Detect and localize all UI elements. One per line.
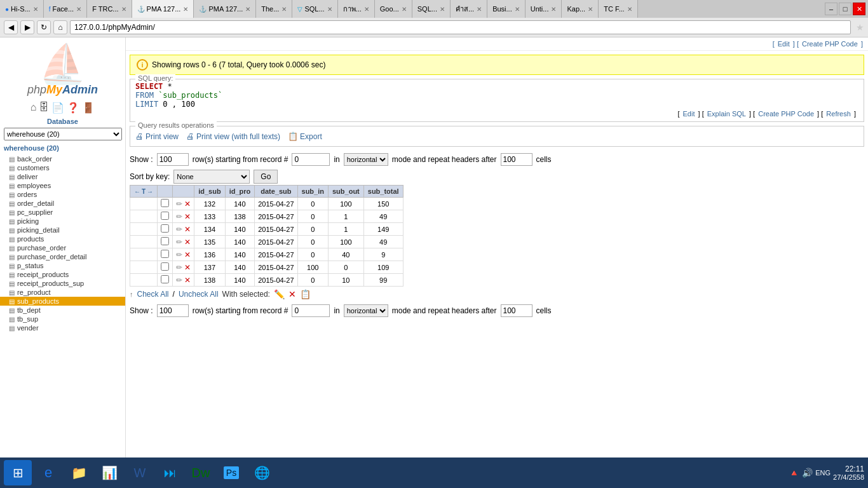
headers-num-input[interactable] xyxy=(501,153,532,166)
sidebar-item-tb_sup[interactable]: ▤tb_sup xyxy=(0,315,125,323)
go-button[interactable]: Go xyxy=(254,170,278,184)
row-checkbox[interactable] xyxy=(161,250,169,258)
minimize-btn[interactable]: – xyxy=(825,3,837,15)
forward-btn[interactable]: ▶ xyxy=(20,20,34,34)
sidebar-item-employees[interactable]: ▤employees xyxy=(0,181,125,190)
top-edit-link[interactable]: Edit xyxy=(778,40,790,48)
maximize-btn[interactable]: □ xyxy=(839,3,851,15)
tab-close-hi-s[interactable]: ✕ xyxy=(33,6,38,13)
tab-close-pma1[interactable]: ✕ xyxy=(183,6,188,13)
sidebar-item-vender[interactable]: ▤vender xyxy=(0,323,125,332)
tab-unti[interactable]: Unti... ✕ xyxy=(526,0,562,18)
col-id-sub-header[interactable]: id_sub xyxy=(194,186,225,198)
tab-kap[interactable]: Kap... ✕ xyxy=(562,0,599,18)
sidebar-item-back_order[interactable]: ▤back_order xyxy=(0,154,125,163)
row-checkbox-cell[interactable] xyxy=(158,274,173,287)
sidebar-item-sub_products[interactable]: ▤sub_products xyxy=(0,297,125,306)
sql-explain-link[interactable]: Explain SQL xyxy=(707,110,746,118)
row-edit-icon[interactable]: ✏ xyxy=(176,276,182,285)
sql-refresh-link[interactable]: Refresh xyxy=(826,110,851,118)
tab-busi[interactable]: Busi... ✕ xyxy=(487,0,526,18)
col-sub-in-header[interactable]: sub_in xyxy=(297,186,328,198)
back-btn[interactable]: ◀ xyxy=(4,20,18,34)
sidebar-item-p_status[interactable]: ▤p_status xyxy=(0,261,125,270)
row-checkbox-cell[interactable] xyxy=(158,261,173,274)
sidebar-item-tb_dept[interactable]: ▤tb_dept xyxy=(0,306,125,315)
tab-tcf[interactable]: TC F... ✕ xyxy=(599,0,637,18)
tab-the[interactable]: The... ✕ xyxy=(256,0,292,18)
info-sidebar-icon[interactable]: ❓ xyxy=(67,102,79,114)
top-create-php-link[interactable]: Create PHP Code xyxy=(802,40,858,48)
sidebar-item-purchase_order_detail[interactable]: ▤purchase_order_detail xyxy=(0,252,125,261)
check-all-link[interactable]: Check All xyxy=(137,290,169,299)
row-delete-icon[interactable]: ✕ xyxy=(184,212,191,221)
sidebar-item-re_product[interactable]: ▤re_product xyxy=(0,288,125,297)
tab-close-face[interactable]: ✕ xyxy=(76,6,81,13)
home-btn[interactable]: ⌂ xyxy=(53,20,67,34)
db-sidebar-icon[interactable]: 🗄 xyxy=(39,102,49,114)
tab-close-kams[interactable]: ✕ xyxy=(477,6,482,13)
sql-edit-link[interactable]: Edit xyxy=(683,110,695,118)
arrow-left[interactable]: ← xyxy=(134,188,140,195)
row-checkbox-cell[interactable] xyxy=(158,236,173,248)
sidebar-item-order_detail[interactable]: ▤order_detail xyxy=(0,199,125,208)
bottom-mode-select[interactable]: horizontal vertical xyxy=(344,304,388,317)
sort-select[interactable]: None xyxy=(173,170,250,184)
delete-selected-icon[interactable]: ✕ xyxy=(288,289,296,299)
row-checkbox[interactable] xyxy=(161,262,169,271)
row-delete-icon[interactable]: ✕ xyxy=(184,238,191,247)
edit-selected-icon[interactable]: ✏️ xyxy=(274,289,285,299)
col-id-pro-header[interactable]: id_pro xyxy=(225,186,255,198)
row-delete-icon[interactable]: ✕ xyxy=(184,276,191,285)
row-checkbox[interactable] xyxy=(161,275,169,283)
print-view-link[interactable]: 🖨 Print view xyxy=(135,132,179,141)
tab-pma2[interactable]: ⚓ PMA 127... ✕ xyxy=(194,0,256,18)
home-sidebar-icon[interactable]: ⌂ xyxy=(31,102,37,114)
row-checkbox-cell[interactable] xyxy=(158,248,173,261)
tab-goo[interactable]: Goo... ✕ xyxy=(375,0,412,18)
row-checkbox-cell[interactable] xyxy=(158,198,173,210)
sql-create-php-link[interactable]: Create PHP Code xyxy=(758,110,814,118)
show-rows-input[interactable] xyxy=(157,153,189,166)
address-bar[interactable] xyxy=(70,20,851,34)
sidebar-item-receipt_products[interactable]: ▤receipt_products xyxy=(0,270,125,279)
bottom-start-record-input[interactable] xyxy=(292,304,330,317)
sidebar-item-products[interactable]: ▤products xyxy=(0,234,125,243)
tab-close-kap[interactable]: ✕ xyxy=(588,6,593,13)
tab-close-goo[interactable]: ✕ xyxy=(402,6,407,13)
row-edit-icon[interactable]: ✏ xyxy=(176,212,182,221)
mode-select[interactable]: horizontal vertical xyxy=(344,153,388,166)
tab-close-tcf[interactable]: ✕ xyxy=(627,6,632,13)
sidebar-item-orders[interactable]: ▤orders xyxy=(0,190,125,199)
uncheck-all-link[interactable]: Uncheck All xyxy=(179,290,219,299)
print-view-full-link[interactable]: 🖨 Print view (with full texts) xyxy=(186,132,280,141)
row-checkbox-cell[interactable] xyxy=(158,223,173,236)
row-checkbox[interactable] xyxy=(161,237,169,245)
sidebar-item-pc_supplier[interactable]: ▤pc_supplier xyxy=(0,208,125,217)
start-record-input[interactable] xyxy=(292,153,330,166)
row-delete-icon[interactable]: ✕ xyxy=(184,250,191,259)
bottom-headers-num-input[interactable] xyxy=(501,304,532,317)
row-checkbox-cell[interactable] xyxy=(158,210,173,223)
tab-trc[interactable]: F TRC... ✕ xyxy=(87,0,132,18)
col-date-sub-header[interactable]: date_sub xyxy=(255,186,297,198)
sidebar-item-deliver[interactable]: ▤deliver xyxy=(0,172,125,181)
exit-sidebar-icon[interactable]: 🚪 xyxy=(82,102,95,114)
row-checkbox[interactable] xyxy=(161,199,169,207)
sidebar-item-receipt_products_sup[interactable]: ▤receipt_products_sup xyxy=(0,279,125,288)
sidebar-item-picking[interactable]: ▤picking xyxy=(0,217,125,226)
tab-close-the[interactable]: ✕ xyxy=(281,6,287,13)
tab-close-pma2[interactable]: ✕ xyxy=(245,6,250,13)
tab-close-sql1[interactable]: ✕ xyxy=(327,6,332,13)
row-delete-icon[interactable]: ✕ xyxy=(184,200,191,208)
export-selected-icon[interactable]: 📋 xyxy=(300,289,311,299)
tab-close-sql2[interactable]: ✕ xyxy=(440,6,445,13)
arrow-right[interactable]: → xyxy=(147,188,153,195)
row-checkbox[interactable] xyxy=(161,224,169,233)
tab-thai[interactable]: กาพ... ✕ xyxy=(338,0,375,18)
export-link[interactable]: 📋 Export xyxy=(288,132,322,141)
sidebar-item-customers[interactable]: ▤customers xyxy=(0,163,125,172)
sql-sidebar-icon[interactable]: 📄 xyxy=(51,102,64,114)
tab-hi-s[interactable]: ● Hi-S... ✕ xyxy=(0,0,44,18)
row-edit-icon[interactable]: ✏ xyxy=(176,200,182,208)
